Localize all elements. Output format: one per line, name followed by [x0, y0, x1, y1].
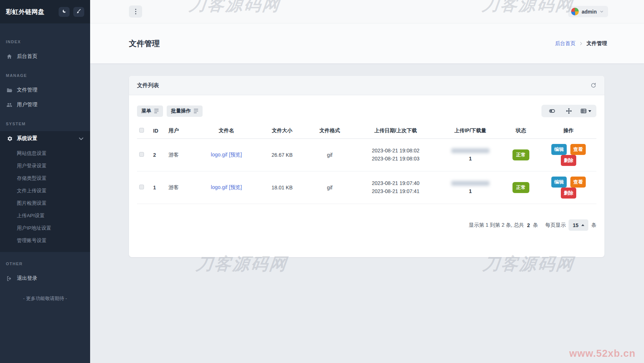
page-header: 文件管理 后台首页 文件管理: [90, 23, 644, 63]
page-size-value: 15: [573, 222, 578, 228]
sidebar-footer-note: - 更多功能敬请期待 -: [0, 286, 90, 302]
submenu-item-image-check[interactable]: 图片检测设置: [0, 197, 90, 210]
sidebar: 彩虹外链网盘 INDEX 后台首页 MANAGE: [0, 0, 90, 363]
download-count: 1: [442, 156, 499, 162]
header-status: 状态: [501, 123, 541, 139]
toggle-view-button[interactable]: [544, 105, 560, 117]
edit-button[interactable]: 编辑: [551, 177, 567, 188]
table-header-row: ID 用户 文件名 文件大小 文件格式 上传日期/上次下载 上传IP/下载量 状…: [137, 123, 596, 139]
table-view-controls: [541, 105, 596, 117]
row-checkbox[interactable]: [139, 152, 144, 157]
cell-dates: 2023-08-21 19:07:40 2023-08-21 19:07:41: [352, 171, 440, 204]
dark-mode-button[interactable]: [59, 7, 70, 17]
home-icon: [6, 53, 12, 60]
batch-actions-label: 批量操作: [171, 108, 191, 114]
edit-button[interactable]: 编辑: [551, 144, 567, 155]
submenu-item-admin-account[interactable]: 管理账号设置: [0, 234, 90, 247]
cell-dates: 2023-08-21 19:08:02 2023-08-21 19:08:03: [352, 139, 440, 171]
status-badge: 正常: [512, 182, 529, 193]
status-badge: 正常: [512, 149, 529, 160]
upload-date: 2023-08-21 19:07:40: [354, 179, 437, 188]
sidebar-item-logout[interactable]: 退出登录: [0, 271, 90, 286]
sidebar-nav: INDEX 后台首页 MANAGE 文件管理 用户管理 SYSTE: [0, 23, 90, 363]
menu-button[interactable]: 菜单: [137, 105, 163, 117]
card-header: 文件列表: [129, 76, 604, 95]
pagination-text: 显示第 1 到第 2 条, 总共: [469, 222, 524, 229]
breadcrumb-home-link[interactable]: 后台首页: [555, 40, 575, 47]
file-link[interactable]: logo.gif: [211, 152, 227, 158]
section-label-index: INDEX: [0, 40, 90, 44]
topbar: admin: [90, 0, 644, 23]
cell-user: 游客: [166, 139, 196, 171]
row-checkbox[interactable]: [139, 185, 144, 189]
caret-down-icon: [588, 110, 591, 112]
delete-button[interactable]: 删除: [561, 188, 576, 199]
last-download-date: 2023-08-21 19:07:41: [354, 188, 437, 196]
delete-button[interactable]: 删除: [561, 155, 576, 166]
batch-actions-button[interactable]: 批量操作: [167, 105, 203, 117]
header-dates: 上传日期/上次下载: [352, 123, 440, 139]
last-download-date: 2023-08-21 19:08:03: [354, 155, 437, 163]
sidebar-item-files[interactable]: 文件管理: [0, 83, 90, 97]
submenu-item-storage-type[interactable]: 存储类型设置: [0, 172, 90, 185]
breadcrumb: 后台首页 文件管理: [555, 40, 607, 47]
main-area: admin 文件管理 后台首页 文件管理 文件列表: [90, 0, 644, 363]
avatar: [571, 8, 579, 15]
cell-format: gif: [308, 139, 352, 171]
cell-ip-downloads: 1: [440, 139, 501, 171]
view-button[interactable]: 查看: [570, 177, 586, 188]
sidebar-item-label: 文件管理: [17, 87, 37, 93]
folder-icon: [6, 87, 12, 93]
chevron-right-icon: [579, 41, 583, 46]
submenu-item-upload-api[interactable]: 上传API设置: [0, 210, 90, 222]
preview-link[interactable]: [预览]: [229, 152, 242, 158]
sidebar-item-users[interactable]: 用户管理: [0, 97, 90, 112]
kebab-icon: [135, 9, 136, 14]
sidebar-item-label: 后台首页: [17, 53, 37, 60]
header-id: ID: [151, 123, 166, 139]
table-row: 1 游客 logo.gif [预览] 18.01 KB gif 2023-08-…: [137, 171, 596, 204]
user-name: admin: [582, 9, 597, 15]
users-icon: [6, 101, 12, 108]
kebab-menu-button[interactable]: [129, 5, 142, 18]
preview-link[interactable]: [预览]: [229, 184, 242, 190]
section-label-other: OTHER: [0, 262, 90, 266]
move-columns-button[interactable]: [560, 105, 577, 117]
chevron-down-icon: [78, 136, 84, 142]
cell-ip-downloads: 1: [440, 171, 501, 204]
page-size-select[interactable]: 15: [569, 219, 588, 231]
download-count: 1: [442, 188, 499, 194]
sidebar-item-label: 用户管理: [17, 101, 37, 108]
pagination-total: 2: [527, 222, 530, 228]
submenu-item-site-info[interactable]: 网站信息设置: [0, 147, 90, 160]
refresh-icon[interactable]: [591, 82, 596, 88]
upload-date: 2023-08-21 19:08:02: [354, 147, 437, 155]
files-table: ID 用户 文件名 文件大小 文件格式 上传日期/上次下载 上传IP/下载量 状…: [137, 123, 596, 204]
file-link[interactable]: logo.gif: [211, 184, 227, 190]
align-lines-icon: [194, 109, 198, 113]
cell-filesize: 18.01 KB: [256, 171, 308, 204]
settings-submenu: 网站信息设置 用户登录设置 存储类型设置 文件上传设置 图片检测设置 上传API…: [0, 146, 90, 252]
submenu-item-user-ip[interactable]: 用户IP地址设置: [0, 222, 90, 234]
sidebar-item-dashboard[interactable]: 后台首页: [0, 49, 90, 64]
app-window: 彩虹外链网盘 INDEX 后台首页 MANAGE: [0, 0, 644, 363]
content-area: 文件列表 菜单 批量操作: [90, 63, 644, 363]
blurred-ip: [451, 148, 489, 153]
submenu-item-upload[interactable]: 文件上传设置: [0, 185, 90, 197]
caret-up-icon: [581, 224, 584, 226]
user-menu-button[interactable]: admin: [568, 6, 608, 17]
align-lines-icon: [154, 109, 159, 113]
brush-icon: [77, 8, 81, 15]
cell-id: 1: [151, 171, 166, 204]
columns-dropdown-button[interactable]: [577, 105, 594, 117]
select-all-checkbox[interactable]: [139, 128, 144, 133]
submenu-item-user-login[interactable]: 用户登录设置: [0, 160, 90, 172]
table-toolbar: 菜单 批量操作: [137, 105, 596, 117]
toolbar-left: 菜单 批量操作: [137, 105, 203, 117]
theme-brush-button[interactable]: [73, 7, 84, 17]
brand-title: 彩虹外链网盘: [6, 8, 55, 16]
logout-icon: [6, 275, 12, 282]
sidebar-item-settings[interactable]: 系统设置: [0, 131, 90, 146]
view-button[interactable]: 查看: [570, 144, 586, 155]
header-ip: 上传IP/下载量: [440, 123, 501, 139]
